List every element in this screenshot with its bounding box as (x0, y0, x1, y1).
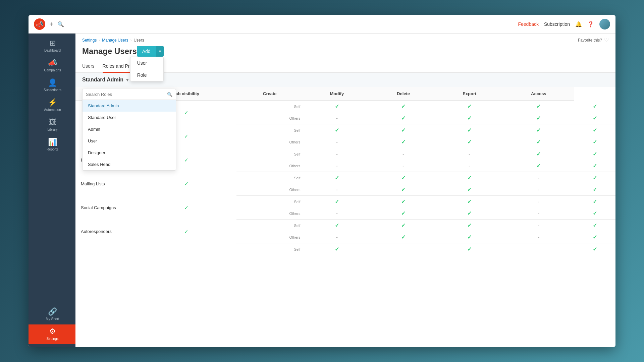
role-item-user[interactable]: User (83, 135, 176, 147)
delete-self-last: ✓ (436, 243, 503, 255)
sublabel-others-reports: Others (236, 160, 303, 172)
create-others-1: - (303, 112, 371, 124)
sublabel-self-social: Self (236, 196, 303, 208)
tab-vis-check-autoresponders: ✓ (184, 229, 189, 234)
sublabel-self-last: Self (236, 243, 303, 255)
search-roles-input[interactable] (86, 92, 165, 97)
table-row: Social Campaigns ✓ Self ✓ ✓ ✓ - ✓ (75, 196, 615, 208)
tab-vis-check-social: ✓ (184, 205, 189, 210)
selected-role-label: Standard Admin (82, 77, 123, 83)
app-window: 📣 + 🔍 Feedback Subscription 🔔 ❓ ⊞ Dashbo… (29, 15, 615, 347)
create-self-mailing: ✓ (303, 172, 371, 184)
export-others-2: ✓ (503, 136, 574, 148)
delete-others-mailing: ✓ (436, 184, 503, 196)
global-search-icon[interactable]: 🔍 (57, 21, 64, 27)
col-access: Access (503, 87, 574, 101)
access-others-mailing: ✓ (574, 184, 615, 196)
role-item-sales-head[interactable]: Sales Head (83, 159, 176, 170)
export-others-mailing: - (503, 184, 574, 196)
delete-self-2: ✓ (436, 124, 503, 136)
add-user-option[interactable]: User (130, 57, 163, 69)
subscription-link[interactable]: Subscription (544, 21, 570, 27)
tab-vis-cell-last (136, 243, 236, 255)
dashboard-icon: ⊞ (50, 40, 56, 47)
modify-others-mailing: ✓ (371, 184, 436, 196)
user-avatar[interactable] (599, 19, 610, 29)
tab-vis-check-2: ✓ (184, 133, 189, 139)
create-self-auto: ✓ (303, 220, 371, 232)
favorite-heart-icon[interactable]: ♡ (604, 37, 609, 43)
table-row: Self ✓ ✓ ✓ (75, 243, 615, 255)
roles-dropdown: 🔍 Standard Admin Standard User Admin Use… (82, 89, 176, 171)
sidebar-item-library[interactable]: 🖼 Library (29, 115, 75, 135)
col-modify: Modify (303, 87, 371, 101)
sublabel-self-mailing: Self (236, 172, 303, 184)
delete-self-1: ✓ (436, 101, 503, 113)
export-others-reports: ✓ (503, 160, 574, 172)
content-area: Settings › Manage Users › Users Favorite… (75, 34, 615, 347)
sidebar-item-settings[interactable]: ⚙ Settings (29, 324, 75, 344)
access-others-social: ✓ (574, 207, 615, 220)
tab-vis-cell-autoresponders: ✓ (136, 220, 236, 243)
access-self-reports: ✓ (574, 148, 615, 160)
sidebar-label-library: Library (47, 127, 58, 132)
settings-icon: ⚙ (49, 328, 56, 335)
campaigns-icon: 📣 (48, 59, 57, 67)
role-item-designer[interactable]: Designer (83, 147, 176, 159)
sidebar-item-automation[interactable]: ⚡ Automation (29, 96, 75, 115)
sidebar-item-myshort[interactable]: 🔗 My Short (29, 305, 75, 324)
sidebar-label-campaigns: Campaigns (44, 68, 61, 72)
create-others-social: - (303, 207, 371, 220)
add-button-group: Add ▾ User Role (137, 46, 164, 57)
favorite-area: Favorite this? ♡ (578, 37, 609, 43)
reports-icon: 📊 (48, 138, 57, 146)
modify-self-mailing: ✓ (371, 172, 436, 184)
role-item-admin[interactable]: Admin (83, 123, 176, 135)
modify-self-reports: - (371, 148, 436, 160)
breadcrumb-settings[interactable]: Settings (82, 38, 97, 43)
role-selector-button[interactable]: Standard Admin ▾ (82, 77, 128, 83)
delete-self-reports: - (436, 148, 503, 160)
sidebar-item-campaigns[interactable]: 📣 Campaigns (29, 56, 75, 76)
create-others-mailing: - (303, 184, 371, 196)
modify-others-2: ✓ (371, 136, 436, 148)
subscribers-icon: 👤 (48, 79, 57, 86)
delete-self-social: ✓ (436, 196, 503, 208)
access-others-auto: ✓ (574, 231, 615, 243)
col-delete: Delete (371, 87, 436, 101)
feature-cell-mailing: Mailing Lists (75, 172, 136, 196)
access-self-2: ✓ (574, 124, 615, 136)
help-icon[interactable]: ❓ (587, 21, 594, 27)
create-self-2: ✓ (303, 124, 371, 136)
role-item-standard-user[interactable]: Standard User (83, 112, 176, 123)
add-new-button[interactable]: + (49, 20, 53, 28)
feedback-link[interactable]: Feedback (518, 21, 538, 27)
sidebar-item-dashboard[interactable]: ⊞ Dashboard (29, 36, 75, 56)
breadcrumb-sep-1: › (99, 38, 100, 43)
add-dropdown-toggle[interactable]: ▾ (156, 46, 164, 57)
myshort-icon: 🔗 (48, 308, 57, 315)
tab-users[interactable]: Users (82, 61, 95, 73)
add-button[interactable]: Add (137, 46, 156, 57)
sidebar-item-subscribers[interactable]: 👤 Subscribers (29, 76, 75, 96)
modify-self-auto: ✓ (371, 220, 436, 232)
role-item-standard-admin[interactable]: Standard Admin (83, 100, 176, 112)
breadcrumb-manage-users[interactable]: Manage Users (102, 38, 128, 43)
export-self-2: ✓ (503, 124, 574, 136)
export-others-1: ✓ (503, 112, 574, 124)
create-self-1: ✓ (303, 101, 371, 113)
library-icon: 🖼 (49, 119, 56, 126)
tab-vis-check-1: ✓ (184, 110, 189, 115)
export-self-auto: - (503, 220, 574, 232)
modify-self-1: ✓ (371, 101, 436, 113)
tab-vis-check-reports: ✓ (184, 157, 189, 163)
export-self-1: ✓ (503, 101, 574, 113)
tab-vis-cell-mailing: ✓ (136, 172, 236, 196)
notifications-icon[interactable]: 🔔 (575, 21, 582, 27)
feature-cell-last (75, 243, 136, 255)
favorite-label: Favorite this? (578, 38, 602, 43)
delete-others-reports: - (436, 160, 503, 172)
sidebar-item-reports[interactable]: 📊 Reports (29, 135, 75, 155)
add-role-option[interactable]: Role (130, 69, 163, 81)
top-bar-right: Feedback Subscription 🔔 ❓ (518, 19, 610, 29)
